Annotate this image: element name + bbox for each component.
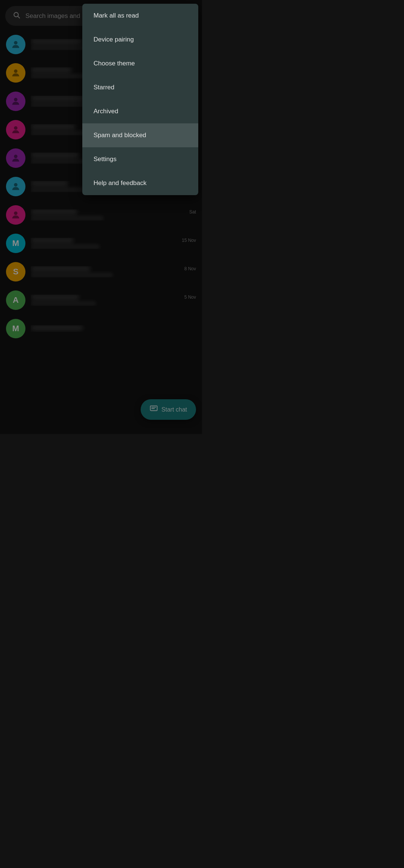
dropdown-menu: Mark all as readDevice pairingChoose the… <box>82 4 198 195</box>
menu-item-device-pairing[interactable]: Device pairing <box>82 28 198 52</box>
menu-item-spam-blocked[interactable]: Spam and blocked <box>82 123 198 147</box>
menu-item-mark-all-read[interactable]: Mark all as read <box>82 4 198 28</box>
menu-item-help-feedback[interactable]: Help and feedback <box>82 171 198 195</box>
menu-item-choose-theme[interactable]: Choose theme <box>82 52 198 76</box>
menu-item-starred[interactable]: Starred <box>82 76 198 99</box>
menu-item-settings[interactable]: Settings <box>82 147 198 171</box>
menu-item-archived[interactable]: Archived <box>82 99 198 123</box>
